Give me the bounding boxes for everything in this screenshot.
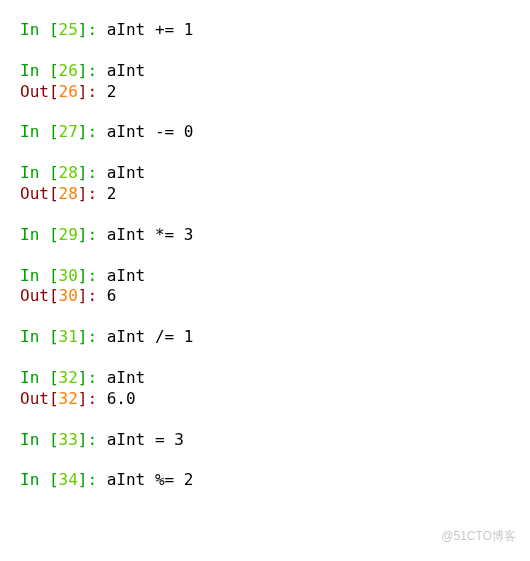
bracket-close: ]:: [78, 470, 107, 489]
output-value: 2: [107, 184, 117, 203]
prompt-number: 32: [59, 389, 78, 408]
prompt-number: 26: [59, 61, 78, 80]
output-cell: Out[26]: 2: [20, 82, 510, 103]
in-label: In: [20, 163, 49, 182]
input-cell: In [25]: aInt += 1: [20, 20, 510, 41]
bracket-open: [: [49, 82, 59, 101]
prompt-number: 28: [59, 184, 78, 203]
prompt-number: 25: [59, 20, 78, 39]
bracket-close: ]:: [78, 389, 107, 408]
code-input: aInt = 3: [107, 430, 184, 449]
in-label: In: [20, 61, 49, 80]
out-label: Out: [20, 82, 49, 101]
output-cell: Out[32]: 6.0: [20, 389, 510, 410]
in-label: In: [20, 266, 49, 285]
input-cell: In [33]: aInt = 3: [20, 430, 510, 451]
bracket-close: ]:: [78, 184, 107, 203]
bracket-close: ]:: [78, 122, 107, 141]
code-input: aInt *= 3: [107, 225, 194, 244]
code-input: aInt: [107, 61, 146, 80]
code-input: aInt -= 0: [107, 122, 194, 141]
in-label: In: [20, 368, 49, 387]
bracket-close: ]:: [78, 225, 107, 244]
bracket-close: ]:: [78, 286, 107, 305]
in-label: In: [20, 470, 49, 489]
bracket-open: [: [49, 368, 59, 387]
input-cell: In [32]: aInt: [20, 368, 510, 389]
input-cell: In [27]: aInt -= 0: [20, 122, 510, 143]
bracket-close: ]:: [78, 163, 107, 182]
out-label: Out: [20, 184, 49, 203]
prompt-number: 30: [59, 286, 78, 305]
in-label: In: [20, 20, 49, 39]
prompt-number: 30: [59, 266, 78, 285]
output-value: 2: [107, 82, 117, 101]
out-label: Out: [20, 389, 49, 408]
bracket-open: [: [49, 163, 59, 182]
input-cell: In [28]: aInt: [20, 163, 510, 184]
code-input: aInt += 1: [107, 20, 194, 39]
watermark: @51CTO博客: [441, 529, 516, 545]
prompt-number: 28: [59, 163, 78, 182]
bracket-close: ]:: [78, 327, 107, 346]
bracket-close: ]:: [78, 430, 107, 449]
prompt-number: 34: [59, 470, 78, 489]
bracket-open: [: [49, 184, 59, 203]
in-label: In: [20, 225, 49, 244]
bracket-close: ]:: [78, 61, 107, 80]
output-value: 6: [107, 286, 117, 305]
bracket-close: ]:: [78, 20, 107, 39]
prompt-number: 27: [59, 122, 78, 141]
output-cell: Out[28]: 2: [20, 184, 510, 205]
bracket-close: ]:: [78, 266, 107, 285]
bracket-open: [: [49, 61, 59, 80]
bracket-open: [: [49, 122, 59, 141]
input-cell: In [34]: aInt %= 2: [20, 470, 510, 491]
bracket-open: [: [49, 225, 59, 244]
bracket-open: [: [49, 266, 59, 285]
code-input: aInt: [107, 266, 146, 285]
code-input: aInt: [107, 163, 146, 182]
in-label: In: [20, 327, 49, 346]
prompt-number: 31: [59, 327, 78, 346]
bracket-open: [: [49, 389, 59, 408]
bracket-close: ]:: [78, 82, 107, 101]
output-value: 6.0: [107, 389, 136, 408]
prompt-number: 29: [59, 225, 78, 244]
in-label: In: [20, 122, 49, 141]
input-cell: In [30]: aInt: [20, 266, 510, 287]
code-input: aInt: [107, 368, 146, 387]
code-input: aInt /= 1: [107, 327, 194, 346]
input-cell: In [26]: aInt: [20, 61, 510, 82]
prompt-number: 32: [59, 368, 78, 387]
bracket-close: ]:: [78, 368, 107, 387]
ipython-terminal: In [25]: aInt += 1In [26]: aIntOut[26]: …: [20, 20, 510, 491]
bracket-open: [: [49, 286, 59, 305]
input-cell: In [31]: aInt /= 1: [20, 327, 510, 348]
bracket-open: [: [49, 327, 59, 346]
in-label: In: [20, 430, 49, 449]
bracket-open: [: [49, 470, 59, 489]
bracket-open: [: [49, 20, 59, 39]
output-cell: Out[30]: 6: [20, 286, 510, 307]
out-label: Out: [20, 286, 49, 305]
input-cell: In [29]: aInt *= 3: [20, 225, 510, 246]
code-input: aInt %= 2: [107, 470, 194, 489]
prompt-number: 33: [59, 430, 78, 449]
prompt-number: 26: [59, 82, 78, 101]
bracket-open: [: [49, 430, 59, 449]
